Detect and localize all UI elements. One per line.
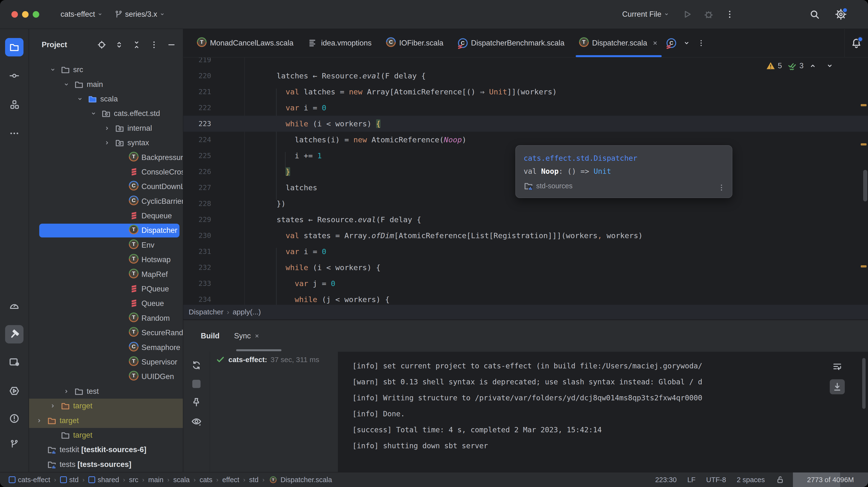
- expand-icon[interactable]: [115, 40, 124, 50]
- activity-item-profiler[interactable]: [5, 296, 24, 315]
- status-breadcrumb-cats-effect[interactable]: cats-effect: [9, 476, 50, 484]
- warning-stripe-mark[interactable]: [861, 265, 867, 267]
- chevron-right-icon[interactable]: [60, 388, 73, 395]
- status-item-utf-8[interactable]: UTF-8: [706, 476, 726, 484]
- run-icon[interactable]: [682, 9, 692, 20]
- tree-item-dispatcher[interactable]: TDispatcher: [29, 223, 183, 238]
- status-breadcrumb-scala[interactable]: scala: [174, 476, 190, 484]
- tree-item-countdownlatch[interactable]: CCountDownLatch: [29, 180, 183, 194]
- eye-icon[interactable]: [191, 416, 202, 427]
- memory-indicator[interactable]: 2773 of 4096M: [793, 473, 868, 487]
- activity-item-commit[interactable]: [5, 67, 24, 85]
- tree-item-env[interactable]: TEnv: [29, 238, 183, 253]
- build-log[interactable]: [info] set current project to cats-effec…: [338, 352, 868, 473]
- status-item-2-spaces[interactable]: 2 spaces: [737, 476, 765, 484]
- tree-item-tests[interactable]: tests [tests-sources]: [29, 457, 183, 472]
- activity-item-version-control[interactable]: [5, 435, 24, 453]
- close-icon[interactable]: [652, 40, 658, 46]
- tab-MonadCancelLaws.scala[interactable]: TMonadCancelLaws.scala: [190, 29, 301, 57]
- debug-icon[interactable]: [703, 9, 714, 20]
- tree-item-consolecrossplatform[interactable]: ConsoleCrossPlatform: [29, 165, 183, 180]
- tree-item-target[interactable]: target: [29, 428, 183, 443]
- activity-item-project[interactable]: [5, 38, 24, 56]
- more-vertical-icon[interactable]: [717, 184, 725, 192]
- build-tab-build[interactable]: Build: [201, 320, 220, 352]
- tree-item-uuidgen[interactable]: TUUIDGen: [29, 369, 183, 384]
- chevron-down-icon[interactable]: [73, 95, 87, 103]
- tree-item-main[interactable]: main: [29, 77, 183, 92]
- hide-icon[interactable]: [167, 40, 176, 50]
- pin-icon[interactable]: [191, 397, 202, 408]
- status-breadcrumb-effect[interactable]: effect: [222, 476, 239, 484]
- tooltip-qualified-name[interactable]: cats.effect.std.Dispatcher: [524, 154, 638, 162]
- chevron-down-icon[interactable]: [87, 110, 100, 117]
- tree-item-random[interactable]: TRandom: [29, 311, 183, 326]
- search-icon[interactable]: [809, 9, 820, 20]
- collapse-icon[interactable]: [132, 40, 141, 50]
- tab-IOFiber.scala[interactable]: CIOFiber.scala: [379, 29, 451, 57]
- warning-stripe-mark[interactable]: [861, 104, 867, 106]
- status-breadcrumb-shared[interactable]: shared: [88, 476, 119, 484]
- tree-item-target[interactable]: target: [29, 413, 183, 428]
- chevron-down-icon[interactable]: [46, 66, 60, 73]
- activity-item-problems[interactable]: [5, 409, 24, 428]
- stop-icon[interactable]: [192, 380, 200, 388]
- activity-item-sbt-shell[interactable]: [5, 353, 24, 371]
- activity-item-more-tools[interactable]: [5, 124, 24, 142]
- chevron-right-icon[interactable]: [100, 139, 114, 147]
- tree-item-semaphore[interactable]: CSemaphore: [29, 340, 183, 355]
- warnings-counter[interactable]: 5: [766, 61, 782, 71]
- tree-item-testkit[interactable]: testkit [testkit-sources-6]: [29, 443, 183, 457]
- build-task-row[interactable]: cats-effect: 37 sec, 311 ms: [216, 355, 319, 364]
- run-configuration-selector[interactable]: Current File: [622, 10, 670, 19]
- minimize-window-button[interactable]: [22, 11, 29, 18]
- tab-idea.vmoptions[interactable]: idea.vmoptions: [301, 29, 379, 57]
- status-breadcrumb-cats[interactable]: cats: [199, 476, 212, 484]
- more-vertical-icon[interactable]: [149, 40, 159, 50]
- activity-item-structure[interactable]: [5, 95, 24, 114]
- tree-item-cats.effect.std[interactable]: cats.effect.std: [29, 106, 183, 121]
- activity-item-build[interactable]: [5, 325, 24, 344]
- scala-class-c-icon[interactable]: C: [666, 38, 676, 48]
- status-breadcrumb-src[interactable]: src: [129, 476, 138, 484]
- status-item-lf[interactable]: LF: [687, 476, 695, 484]
- editor-scrollbar[interactable]: [863, 170, 867, 201]
- more-vertical-icon[interactable]: [725, 9, 735, 20]
- tab-DispatcherBenchmark.scala[interactable]: CDispatcherBenchmark.scala: [451, 29, 572, 57]
- build-tab-sync[interactable]: Sync: [234, 320, 260, 352]
- warning-stripe-mark[interactable]: [861, 143, 867, 145]
- chevron-down-icon[interactable]: [682, 39, 691, 47]
- tree-item-securerandom[interactable]: TSecureRandom: [29, 326, 183, 340]
- tree-item-test[interactable]: test: [29, 384, 183, 399]
- chevron-right-icon[interactable]: [100, 125, 114, 132]
- bell-icon[interactable]: [851, 37, 862, 48]
- tree-item-pqueue[interactable]: PQueue: [29, 282, 183, 296]
- tree-item-backpressure[interactable]: TBackpressure: [29, 150, 183, 165]
- chevron-right-icon[interactable]: [46, 402, 60, 410]
- tree-item-cyclicbarrier[interactable]: CCyclicBarrier: [29, 194, 183, 209]
- close-icon[interactable]: [254, 333, 260, 339]
- branch-selector[interactable]: series/3.x: [114, 10, 165, 19]
- tree-item-scala[interactable]: scala: [29, 92, 183, 106]
- project-selector[interactable]: cats-effect: [61, 10, 103, 19]
- tree-item-queue[interactable]: Queue: [29, 296, 183, 311]
- breadcrumb[interactable]: apply(...): [232, 308, 261, 316]
- zoom-window-button[interactable]: [33, 11, 39, 18]
- more-vertical-icon[interactable]: [697, 39, 705, 47]
- status-breadcrumb-main[interactable]: main: [148, 476, 163, 484]
- status-breadcrumb-std[interactable]: std: [249, 476, 259, 484]
- status-breadcrumb-Dispatcher.scala[interactable]: TDispatcher.scala: [268, 475, 332, 485]
- locate-icon[interactable]: [97, 40, 106, 50]
- next-problem-icon[interactable]: [826, 62, 834, 70]
- status-item-223:30[interactable]: 223:30: [655, 476, 677, 484]
- close-window-button[interactable]: [11, 11, 18, 18]
- scroll-end-icon[interactable]: [830, 379, 845, 394]
- tree-item-syntax[interactable]: syntax: [29, 135, 183, 150]
- passed-counter[interactable]: 3: [787, 61, 804, 71]
- tree-item-internal[interactable]: internal: [29, 121, 183, 135]
- chevron-down-icon[interactable]: [60, 81, 73, 88]
- lock-open-icon[interactable]: [775, 475, 785, 484]
- tree-item-supervisor[interactable]: TSupervisor: [29, 355, 183, 369]
- tree-item-src[interactable]: src: [29, 62, 183, 77]
- tree-item-dequeue[interactable]: Dequeue: [29, 209, 183, 223]
